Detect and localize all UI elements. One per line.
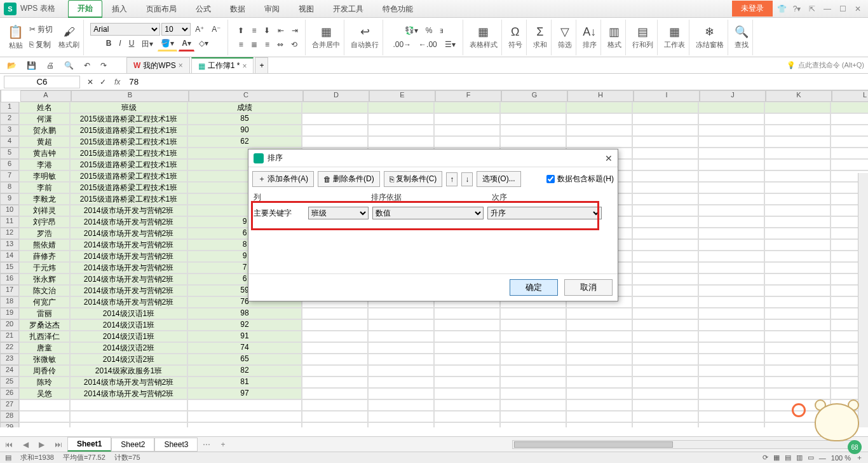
cell-K17[interactable] [764,285,831,296]
cell-I24[interactable] [632,365,698,377]
cell-I10[interactable] [632,205,698,216]
tab-start[interactable]: 开始 [68,0,102,18]
cell-F19[interactable] [434,308,500,319]
row-header-4[interactable]: 4 [0,136,19,148]
cell-B1[interactable]: 班级 [70,102,187,113]
cell-F28[interactable] [434,411,500,422]
copy-button[interactable]: ⎘ 复制 [26,38,56,52]
cell-H21[interactable] [566,331,632,342]
mascot[interactable]: 68 [792,397,862,454]
cell-G24[interactable] [500,365,566,377]
cell-A20[interactable]: 罗桑达杰 [19,319,70,331]
sort-icon[interactable]: A↓ [583,25,596,39]
cell-D1[interactable] [302,102,368,113]
col-header-D[interactable]: D [303,90,369,102]
cell-D25[interactable] [302,377,368,388]
cell-B22[interactable]: 2014级汉语2班 [70,342,187,354]
cell-A26[interactable]: 吴悠 [19,388,70,399]
cell-I9[interactable] [632,193,698,205]
cell-C27[interactable] [187,399,302,411]
row-header-12[interactable]: 12 [0,228,19,239]
indent-dec-icon[interactable]: ⇤ [275,24,287,37]
row-header-21[interactable]: 21 [0,331,19,342]
view-read-icon[interactable]: ▭ [808,453,814,462]
grow-font-icon[interactable]: A⁺ [192,23,207,36]
wrap-text-icon[interactable]: ↩ [360,25,370,39]
sheet-nav-first[interactable]: ⏮ [0,440,18,449]
cell-G19[interactable] [500,308,566,319]
cell-J12[interactable] [698,228,764,239]
cell-G4[interactable] [500,136,566,148]
indent-inc-icon[interactable]: ⇥ [288,24,301,37]
cell-J3[interactable] [698,125,764,136]
sheet-tab-1[interactable]: Sheet1 [67,437,111,452]
cell-K6[interactable] [764,159,831,170]
tab-special[interactable]: 特色功能 [373,1,423,18]
cell-A22[interactable]: 唐童 [19,342,70,354]
cell-H25[interactable] [566,377,632,388]
delete-condition-button[interactable]: 🗑 删除条件(D) [318,171,380,187]
cell-B3[interactable]: 2015级道路桥梁工程技术1班 [70,125,187,136]
cell-I27[interactable] [632,399,698,411]
cell-B2[interactable]: 2015级道路桥梁工程技术1班 [70,113,187,125]
merge-h-icon[interactable]: ⇔ [274,38,287,51]
row-header-3[interactable]: 3 [0,125,19,136]
cell-I7[interactable] [632,170,698,182]
cell-B20[interactable]: 2014级汉语1班 [70,319,187,331]
cell-A14[interactable]: 薛修齐 [19,251,70,262]
row-header-16[interactable]: 16 [0,273,19,285]
cell-I5[interactable] [632,148,698,159]
filter-icon[interactable]: ▽ [560,25,569,39]
cell-B5[interactable]: 2015级道路桥梁工程技术1班 [70,148,187,159]
cell-L4[interactable] [831,136,868,148]
cell-C1[interactable]: 成绩 [187,102,302,113]
cell-F29[interactable] [434,422,500,427]
cell-J6[interactable] [698,159,764,170]
table-style-icon[interactable]: ▦ [478,25,489,39]
help-icon[interactable]: ?▾ [790,3,803,15]
redo-icon[interactable]: ↷ [97,59,110,72]
align-center-icon[interactable]: ≣ [248,38,261,51]
add-condition-button[interactable]: ＋ 添加条件(A) [252,171,314,187]
cell-E20[interactable] [368,319,434,331]
col-header-J[interactable]: J [700,90,766,102]
cell-A8[interactable]: 李前 [19,182,70,193]
cell-G26[interactable] [500,388,566,399]
cell-A4[interactable]: 黄超 [19,136,70,148]
cell-A29[interactable] [19,422,70,427]
cell-J10[interactable] [698,205,764,216]
cell-A3[interactable]: 贺永鹏 [19,125,70,136]
cell-J20[interactable] [698,319,764,331]
cell-H22[interactable] [566,342,632,354]
row-header-2[interactable]: 2 [0,113,19,125]
find-command[interactable]: 💡点此查找命令 (Alt+Q) [787,60,864,70]
cell-J22[interactable] [698,342,764,354]
cell-B26[interactable]: 2014级市场开发与营销2班 [70,388,187,399]
cell-B19[interactable]: 2014级汉语1班 [70,308,187,319]
ribbon-toggle-icon[interactable]: ⇱ [806,3,818,15]
row-header-24[interactable]: 24 [0,365,19,377]
cell-H27[interactable] [566,399,632,411]
cell-J29[interactable] [698,422,764,427]
cell-C23[interactable]: 65 [187,354,302,365]
col-header-B[interactable]: B [71,90,189,102]
cell-I21[interactable] [632,331,698,342]
cell-I3[interactable] [632,125,698,136]
align-top-icon[interactable]: ⬆ [234,24,247,37]
cell-A19[interactable]: 雷丽 [19,308,70,319]
cell-I2[interactable] [632,113,698,125]
close-mywps-icon[interactable]: × [179,61,183,70]
accept-formula-icon[interactable]: ✓ [97,76,109,88]
number-format-icon[interactable]: ☰▾ [442,38,459,51]
cell-I29[interactable] [632,422,698,427]
cell-G29[interactable] [500,422,566,427]
row-header-7[interactable]: 7 [0,170,19,182]
zoom-in-icon[interactable]: ＋ [856,453,863,462]
col-header-K[interactable]: K [766,90,832,102]
cell-K25[interactable] [764,377,831,388]
col-header-F[interactable]: F [435,90,501,102]
cell-A11[interactable]: 刘宇昂 [19,216,70,228]
row-header-22[interactable]: 22 [0,342,19,354]
cell-I20[interactable] [632,319,698,331]
cell-C2[interactable]: 85 [187,113,302,125]
